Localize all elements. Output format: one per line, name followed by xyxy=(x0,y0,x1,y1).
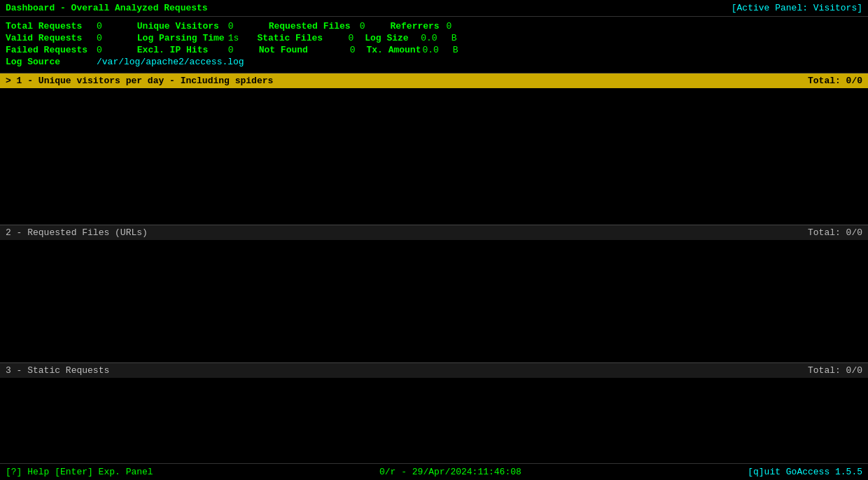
panel-3-title: 3 - Static Requests xyxy=(6,365,109,376)
stats-row-2: Valid Requests 0 Log Parsing Time 1s Sta… xyxy=(6,33,862,43)
unique-visitors-label: Unique Visitors xyxy=(137,21,228,31)
tx-amount-label: Tx. Amount xyxy=(366,45,422,55)
panel-2-body xyxy=(0,240,868,362)
valid-requests-value: 0 xyxy=(97,33,102,43)
not-found-label: Not Found xyxy=(259,45,350,55)
panel-3-total: Total: 0/0 xyxy=(808,365,862,376)
excl-ip-hits-label: Excl. IP Hits xyxy=(137,45,228,55)
excl-ip-hits-value: 0 xyxy=(228,45,234,55)
log-size-unit: B xyxy=(451,33,457,43)
stats-row-4: Log Source /var/log/apache2/access.log xyxy=(6,57,862,67)
total-requests-value: 0 xyxy=(97,21,102,31)
stats-row-3: Failed Requests 0 Excl. IP Hits 0 Not Fo… xyxy=(6,45,862,55)
panel-1-total: Total: 0/0 xyxy=(808,76,862,86)
failed-requests-label: Failed Requests xyxy=(6,45,97,55)
log-source-label: Log Source xyxy=(6,57,97,67)
bottom-bar: [?] Help [Enter] Exp. Panel 0/r - 29/Apr… xyxy=(0,463,868,480)
referrers-label: Referrers xyxy=(390,21,446,31)
referrers-value: 0 xyxy=(446,21,451,31)
requested-files-label: Requested Files xyxy=(269,21,360,31)
active-panel-indicator: [Active Panel: Visitors] xyxy=(732,3,862,13)
static-files-value: 0 xyxy=(348,33,354,43)
panel-2-title: 2 - Requested Files (URLs) xyxy=(6,227,148,238)
panel-2-total: Total: 0/0 xyxy=(808,227,862,238)
log-size-value: 0.0 xyxy=(421,33,437,43)
log-size-label: Log Size xyxy=(365,33,421,43)
panel-1-header[interactable]: > 1 - Unique visitors per day - Includin… xyxy=(0,73,868,88)
panel-2-header[interactable]: 2 - Requested Files (URLs) Total: 0/0 xyxy=(0,225,868,240)
panel-1-body xyxy=(0,88,868,225)
failed-requests-value: 0 xyxy=(97,45,102,55)
requested-files-value: 0 xyxy=(360,21,365,31)
log-parsing-time-label: Log Parsing Time xyxy=(137,33,228,43)
stats-section: Total Requests 0 Unique Visitors 0 Reque… xyxy=(0,17,868,73)
log-parsing-time-value: 1s xyxy=(228,33,239,43)
status-text: 0/r - 29/Apr/2024:11:46:08 xyxy=(379,467,522,477)
help-text: [?] Help [Enter] Exp. Panel xyxy=(6,467,153,477)
log-source-value: /var/log/apache2/access.log xyxy=(97,57,244,67)
panel-3-header[interactable]: 3 - Static Requests Total: 0/0 xyxy=(0,362,868,378)
dashboard-title: Dashboard - Overall Analyzed Requests xyxy=(6,3,208,13)
stats-row-1: Total Requests 0 Unique Visitors 0 Reque… xyxy=(6,21,862,31)
static-files-label: Static Files xyxy=(257,33,348,43)
not-found-value: 0 xyxy=(350,45,356,55)
panel-3-body xyxy=(0,378,868,463)
screen: Dashboard - Overall Analyzed Requests [A… xyxy=(0,0,868,480)
tx-amount-unit: B xyxy=(453,45,458,55)
panel-1-title: > 1 - Unique visitors per day - Includin… xyxy=(6,76,273,86)
total-requests-label: Total Requests xyxy=(6,21,97,31)
unique-visitors-value: 0 xyxy=(228,21,234,31)
quit-text: [q]uit GoAccess 1.5.5 xyxy=(748,467,862,477)
title-bar: Dashboard - Overall Analyzed Requests [A… xyxy=(0,0,868,17)
valid-requests-label: Valid Requests xyxy=(6,33,97,43)
tx-amount-value: 0.0 xyxy=(422,45,438,55)
